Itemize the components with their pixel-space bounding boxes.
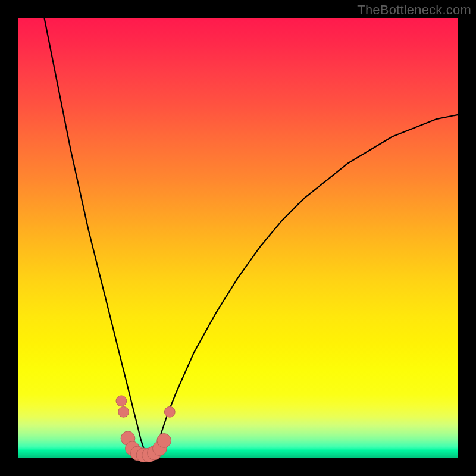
watermark-text: TheBottleneck.com bbox=[357, 2, 471, 18]
curve-marker bbox=[116, 396, 127, 406]
curve-marker bbox=[157, 434, 171, 448]
curve-markers bbox=[116, 396, 175, 462]
bottleneck-curve bbox=[44, 18, 458, 454]
curve-marker bbox=[118, 406, 129, 417]
curve-marker bbox=[164, 406, 175, 417]
curve-layer bbox=[18, 18, 458, 458]
chart-frame: TheBottleneck.com bbox=[0, 0, 476, 476]
